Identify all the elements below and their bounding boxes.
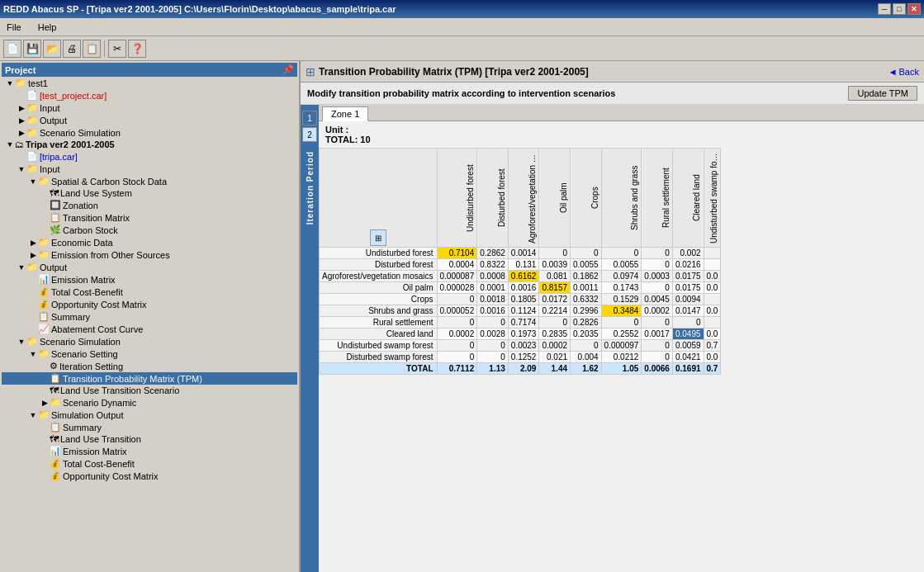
tree-node-em_matrix[interactable]: 📊Emission Matrix (2, 445, 297, 457)
tree-node-summary[interactable]: 📋Summary (2, 310, 297, 323)
tree-node-sim_output[interactable]: ▼📁Simulation Output (2, 409, 297, 421)
menu-file[interactable]: File (3, 21, 25, 34)
cell-1-3[interactable]: 0.0039 (539, 259, 571, 271)
cell-0-0[interactable]: 0.7104 (437, 248, 477, 259)
help-button[interactable]: ❓ (128, 40, 146, 58)
tree-node-test1[interactable]: ▼📁test1 (2, 77, 297, 89)
cell-1-8[interactable] (704, 259, 721, 271)
cell-9-7[interactable]: 0.0421 (672, 352, 704, 363)
cell-8-1[interactable]: 0 (477, 340, 509, 352)
tree-node-total_cost[interactable]: 💰Total Cost-Benefit (2, 286, 297, 298)
cell-4-1[interactable]: 0.0018 (477, 294, 509, 305)
cell-8-6[interactable]: 0 (642, 340, 673, 352)
iter-num-1[interactable]: 1 (302, 111, 317, 125)
cell-2-6[interactable]: 0.0003 (642, 271, 673, 282)
cell-2-3[interactable]: 0.081 (539, 271, 571, 282)
cell-4-6[interactable]: 0.0045 (642, 294, 673, 305)
cut-button[interactable]: ✂ (108, 40, 126, 58)
cell-8-2[interactable]: 0.0023 (508, 340, 539, 352)
tree-node-sim_summary[interactable]: 📋Summary (2, 421, 297, 433)
cell-2-8[interactable]: 0.0 (704, 271, 721, 282)
cell-4-3[interactable]: 0.0172 (539, 294, 571, 305)
cell-1-5[interactable]: 0.0055 (601, 259, 642, 271)
cell-3-7[interactable]: 0.0175 (672, 282, 704, 294)
cell-1-4[interactable]: 0.0055 (571, 259, 602, 271)
cell-2-4[interactable]: 0.1862 (571, 271, 602, 282)
tree-node-economic[interactable]: ▶📁Economic Data (2, 236, 297, 248)
cell-6-3[interactable]: 0 (539, 317, 571, 329)
cell-0-4[interactable]: 0 (571, 248, 602, 259)
cell-2-1[interactable]: 0.0008 (477, 271, 509, 282)
cell-5-8[interactable]: 0.0 (704, 305, 721, 317)
cell-8-4[interactable]: 0 (571, 340, 602, 352)
tree-node-scenario_setting[interactable]: ▼📁Scenario Setting (2, 347, 297, 360)
tree-node-zonation[interactable]: 🔲Zonation (2, 199, 297, 211)
menu-help[interactable]: Help (35, 21, 60, 34)
tree-expander-input1[interactable]: ▶ (17, 103, 26, 113)
tree-node-scenario_sim2[interactable]: ▼📁Scenario Simulation (2, 335, 297, 347)
cell-4-2[interactable]: 0.1805 (508, 294, 539, 305)
tree-expander-scenario_setting[interactable]: ▼ (28, 349, 38, 359)
tree-node-input2[interactable]: ▼📁Input (2, 163, 297, 175)
update-tpm-button[interactable]: Update TPM (848, 86, 917, 101)
cell-7-5[interactable]: 0.2552 (601, 329, 642, 340)
cell-5-2[interactable]: 0.1124 (508, 305, 539, 317)
cell-3-8[interactable]: 0.0 (704, 282, 721, 294)
tree-node-tripa_car[interactable]: 📄[tripa.car] (2, 150, 297, 163)
tree-expander-economic[interactable]: ▶ (28, 238, 38, 248)
open-button[interactable]: 📂 (43, 40, 61, 58)
cell-2-5[interactable]: 0.0974 (601, 271, 642, 282)
tree-expander-output2[interactable]: ▼ (17, 262, 26, 272)
cell-1-7[interactable]: 0.0216 (672, 259, 704, 271)
tree-node-iteration_setting[interactable]: ⚙Iteration Setting (2, 360, 297, 372)
cell-4-4[interactable]: 0.6332 (571, 294, 602, 305)
tree-expander-emission_other[interactable]: ▶ (28, 250, 38, 260)
cell-3-5[interactable]: 0.1743 (601, 282, 642, 294)
cell-5-0[interactable]: 0.000052 (437, 305, 477, 317)
save-button[interactable]: 💾 (23, 40, 41, 58)
cell-6-8[interactable] (704, 317, 721, 329)
cell-6-6[interactable]: 0 (642, 317, 673, 329)
cell-9-6[interactable]: 0 (642, 352, 673, 363)
cell-1-0[interactable]: 0.0004 (437, 259, 477, 271)
cell-2-2[interactable]: 0.6162 (508, 271, 539, 282)
minimize-button[interactable]: ─ (878, 3, 891, 15)
cell-5-4[interactable]: 0.2996 (571, 305, 602, 317)
cell-3-6[interactable]: 0 (642, 282, 673, 294)
back-button[interactable]: ◄ Back (888, 67, 919, 77)
maximize-button[interactable]: □ (893, 3, 906, 15)
cell-0-3[interactable]: 0 (539, 248, 571, 259)
cell-4-5[interactable]: 0.1529 (601, 294, 642, 305)
matrix-container[interactable]: Unit : TOTAL: 10 ⊞Undisturbed forestDist… (319, 121, 924, 572)
cell-6-7[interactable]: 0 (672, 317, 704, 329)
tree-expander-input2[interactable]: ▼ (17, 164, 26, 174)
tree-node-land_transition[interactable]: 🗺Land Use Transition Scenario (2, 385, 297, 396)
cell-7-6[interactable]: 0.0017 (642, 329, 673, 340)
tree-node-abatement[interactable]: 📈Abatement Cost Curve (2, 323, 297, 335)
tree-expander-sim_output[interactable]: ▼ (28, 410, 38, 420)
cell-9-5[interactable]: 0.0212 (601, 352, 642, 363)
tree-expander-scenario_sim2[interactable]: ▼ (17, 337, 26, 347)
cell-5-3[interactable]: 0.2214 (539, 305, 571, 317)
tree-node-land_use_trans[interactable]: 🗺Land Use Transition (2, 433, 297, 445)
tree-node-output2[interactable]: ▼📁Output (2, 261, 297, 273)
cell-7-8[interactable]: 0.0 (704, 329, 721, 340)
cell-7-2[interactable]: 0.1973 (508, 329, 539, 340)
cell-0-2[interactable]: 0.0014 (508, 248, 539, 259)
cell-7-1[interactable]: 0.0028 (477, 329, 509, 340)
cell-3-2[interactable]: 0.0016 (508, 282, 539, 294)
tree-node-emission_matrix[interactable]: 📊Emission Matrix (2, 273, 297, 286)
cell-1-1[interactable]: 0.8322 (477, 259, 509, 271)
cell-9-0[interactable]: 0 (437, 352, 477, 363)
tree-node-carbon_stock[interactable]: 🌿Carbon Stock (2, 224, 297, 236)
cell-4-7[interactable]: 0.0094 (672, 294, 704, 305)
cell-3-4[interactable]: 0.0011 (571, 282, 602, 294)
cell-8-7[interactable]: 0.0059 (672, 340, 704, 352)
cell-8-5[interactable]: 0.000097 (601, 340, 642, 352)
iter-num-2[interactable]: 2 (302, 127, 317, 142)
cell-9-4[interactable]: 0.004 (571, 352, 602, 363)
tree-expander-test1[interactable]: ▼ (5, 78, 15, 88)
tree-expander-scenario_sim1[interactable]: ▶ (17, 128, 26, 138)
cell-7-4[interactable]: 0.2035 (571, 329, 602, 340)
cell-9-3[interactable]: 0.021 (539, 352, 571, 363)
